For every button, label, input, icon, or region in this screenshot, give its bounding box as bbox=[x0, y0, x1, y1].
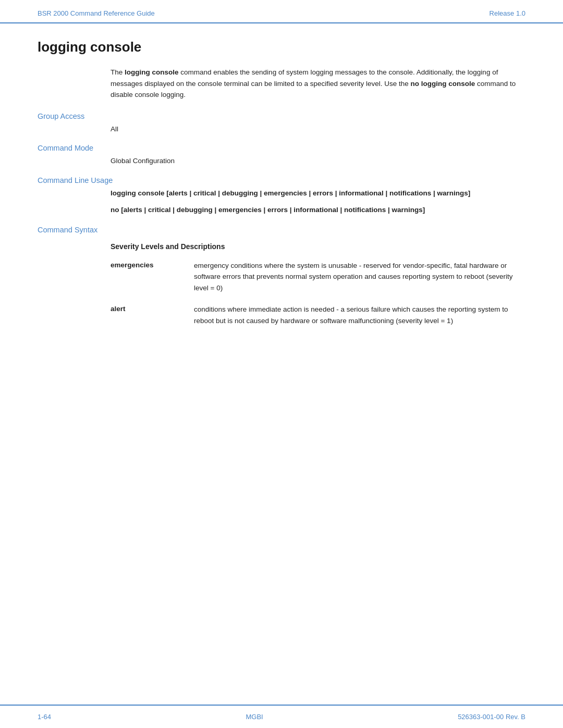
group-access-section: Group Access All bbox=[38, 112, 525, 135]
page-header: BSR 2000 Command Reference Guide Release… bbox=[0, 0, 563, 23]
command-line-usage-line2-bold: no [alerts | critical | debugging | emer… bbox=[111, 206, 425, 214]
severity-row-emergencies: emergencies emergency conditions where t… bbox=[111, 260, 525, 294]
command-line-usage-line2: no [alerts | critical | debugging | emer… bbox=[111, 204, 525, 216]
group-access-content: All bbox=[111, 124, 525, 135]
severity-desc-emergencies: emergency conditions where the system is… bbox=[194, 260, 525, 294]
group-access-heading: Group Access bbox=[38, 112, 525, 120]
command-syntax-heading: Command Syntax bbox=[38, 226, 525, 234]
intro-paragraph: The logging console command enables the … bbox=[111, 67, 525, 101]
command-syntax-section: Command Syntax Severity Levels and Descr… bbox=[38, 226, 525, 327]
command-mode-content: Global Configuration bbox=[111, 155, 525, 167]
severity-desc-alert: conditions where immediate action is nee… bbox=[194, 304, 525, 326]
page-wrapper: BSR 2000 Command Reference Guide Release… bbox=[0, 0, 563, 728]
command-line-usage-line1-bold: logging console [alerts | critical | deb… bbox=[111, 189, 470, 197]
intro-bold2: no logging console bbox=[411, 80, 475, 88]
command-mode-heading: Command Mode bbox=[38, 144, 525, 152]
page-footer: 1-64 MGBI 526363-001-00 Rev. B bbox=[0, 705, 563, 728]
intro-bold1: logging console bbox=[125, 68, 179, 76]
footer-right: 526363-001-00 Rev. B bbox=[458, 713, 525, 721]
footer-center: MGBI bbox=[246, 713, 263, 721]
severity-table: Severity Levels and Descriptions emergen… bbox=[111, 242, 525, 327]
severity-term-emergencies: emergencies bbox=[111, 260, 194, 269]
severity-row-alert: alert conditions where immediate action … bbox=[111, 304, 525, 326]
intro-text-before-bold1: The bbox=[111, 68, 125, 76]
command-line-usage-line1: logging console [alerts | critical | deb… bbox=[111, 188, 525, 199]
command-mode-section: Command Mode Global Configuration bbox=[38, 144, 525, 167]
page-title: logging console bbox=[38, 39, 525, 55]
command-line-usage-section: Command Line Usage logging console [aler… bbox=[38, 176, 525, 216]
main-content: logging console The logging console comm… bbox=[0, 23, 563, 705]
command-line-usage-heading: Command Line Usage bbox=[38, 176, 525, 184]
header-right: Release 1.0 bbox=[489, 9, 525, 17]
command-line-usage-block: logging console [alerts | critical | deb… bbox=[111, 188, 525, 216]
footer-left: 1-64 bbox=[38, 713, 51, 721]
header-left: BSR 2000 Command Reference Guide bbox=[38, 9, 155, 17]
severity-title: Severity Levels and Descriptions bbox=[111, 242, 525, 251]
severity-term-alert: alert bbox=[111, 304, 194, 313]
